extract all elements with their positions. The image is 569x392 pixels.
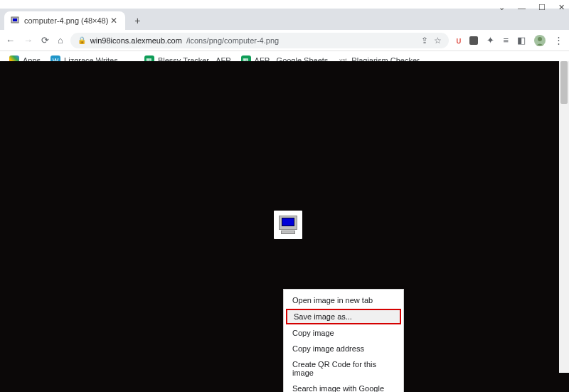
ext-icon-1[interactable]: ᴜ: [456, 35, 461, 46]
url-path: /icons/png/computer-4.png: [186, 36, 279, 45]
ext-icon-3[interactable]: ≡: [503, 35, 509, 46]
share-icon[interactable]: ⇪: [421, 36, 428, 46]
tab-title: computer-4.png (48×48): [24, 16, 108, 25]
tab-close-button[interactable]: ✕: [108, 16, 119, 26]
ctx-save-image-as[interactable]: Save image as...: [286, 309, 401, 324]
extensions-icon[interactable]: ✦: [486, 35, 494, 46]
browser-tab[interactable]: computer-4.png (48×48) ✕: [4, 11, 125, 30]
url-host: win98icons.alexmeub.com: [90, 36, 182, 45]
tab-favicon-icon: [10, 16, 20, 26]
address-bar[interactable]: 🔒 win98icons.alexmeub.com/icons/png/comp…: [70, 33, 450, 48]
window-chevron-icon[interactable]: ⌄: [499, 3, 505, 12]
new-tab-button[interactable]: +: [129, 13, 145, 28]
ctx-create-qr[interactable]: Create QR Code for this image: [284, 356, 403, 381]
ext-icon-4[interactable]: ◧: [517, 35, 526, 46]
context-menu: Open image in new tab Save image as... C…: [283, 289, 404, 392]
svg-point-3: [538, 37, 542, 41]
svg-rect-1: [13, 18, 17, 21]
bookmark-star-icon[interactable]: ☆: [434, 36, 442, 46]
ctx-search-lens[interactable]: Search image with Google Lens: [284, 381, 403, 392]
home-button[interactable]: ⌂: [58, 35, 63, 46]
computer-icon: [279, 216, 297, 234]
window-controls: ⌄ — ☐ ✕: [499, 3, 565, 12]
scrollbar-thumb[interactable]: [560, 61, 568, 104]
forward-button[interactable]: →: [23, 35, 33, 46]
ctx-copy-image[interactable]: Copy image: [284, 325, 403, 341]
page-viewport[interactable]: Open image in new tab Save image as... C…: [0, 61, 569, 392]
titlebar: [0, 0, 569, 9]
window-minimize-button[interactable]: —: [518, 4, 526, 12]
profile-avatar-icon[interactable]: [534, 35, 546, 46]
displayed-image[interactable]: [274, 211, 302, 239]
back-button[interactable]: ←: [6, 35, 15, 46]
tab-strip: computer-4.png (48×48) ✕ +: [0, 9, 569, 30]
window-close-button[interactable]: ✕: [558, 3, 565, 12]
ctx-open-new-tab[interactable]: Open image in new tab: [284, 292, 403, 308]
lock-icon: 🔒: [78, 36, 86, 44]
ctx-copy-image-address[interactable]: Copy image address: [284, 341, 403, 356]
reload-button[interactable]: ⟳: [41, 35, 49, 46]
toolbar: ← → ⟳ ⌂ 🔒 win98icons.alexmeub.com/icons/…: [0, 30, 569, 51]
window-maximize-button[interactable]: ☐: [538, 3, 546, 12]
extension-icons: ᴜ ✦ ≡ ◧ ⋮: [456, 35, 563, 46]
ext-icon-2[interactable]: [469, 36, 478, 45]
vertical-scrollbar[interactable]: [559, 61, 569, 373]
nav-buttons: ← → ⟳ ⌂: [6, 35, 63, 46]
menu-button[interactable]: ⋮: [554, 35, 563, 46]
